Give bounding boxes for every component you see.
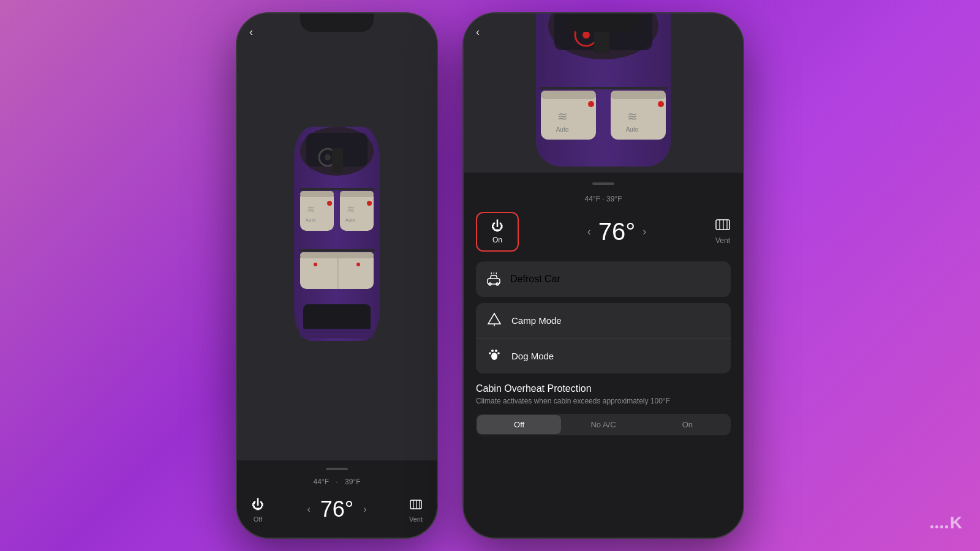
- right-vent-icon: [715, 219, 731, 234]
- cabin-overheat-off[interactable]: Off: [477, 415, 561, 434]
- cabin-overheat-title: Cabin Overheat Protection: [476, 383, 731, 394]
- left-temp-info: 44°F · 39°F: [249, 478, 424, 486]
- right-controls-row: ⏻ On ‹ 76° ›: [476, 212, 731, 252]
- left-temp-arrow-right[interactable]: ›: [363, 504, 366, 515]
- left-power-icon: ⏻: [249, 496, 266, 513]
- right-temp-info: 44°F · 39°F: [476, 195, 731, 203]
- svg-rect-5: [332, 148, 343, 173]
- svg-point-56: [489, 352, 491, 354]
- cabin-overheat-no-ac[interactable]: No A/C: [561, 415, 645, 434]
- svg-text:Auto: Auto: [626, 126, 639, 133]
- svg-text:Auto: Auto: [556, 126, 569, 133]
- svg-point-33: [582, 31, 590, 39]
- svg-rect-17: [299, 249, 375, 252]
- svg-point-58: [491, 353, 497, 360]
- right-temp-display: ‹ 76° ›: [587, 218, 647, 246]
- cabin-overheat-on[interactable]: On: [646, 415, 729, 434]
- right-scroll-handle: [592, 182, 614, 185]
- svg-point-45: [658, 101, 664, 107]
- camp-mode-button[interactable]: Camp Mode: [476, 303, 731, 338]
- camp-mode-label: Camp Mode: [511, 315, 562, 326]
- dog-mode-button[interactable]: Dog Mode: [476, 338, 731, 373]
- left-temp-arrow-left[interactable]: ‹: [307, 504, 310, 515]
- watermark-letter: K: [950, 513, 962, 532]
- svg-text:≋: ≋: [557, 110, 568, 123]
- screens-container: ‹: [236, 12, 744, 539]
- defrost-car-label: Defrost Car: [510, 274, 560, 285]
- cabin-overheat-subtitle: Climate activates when cabin exceeds app…: [476, 397, 731, 405]
- left-power-button[interactable]: ⏻ Off: [249, 496, 266, 523]
- left-temperature: 76°: [320, 497, 353, 522]
- right-power-button[interactable]: ⏻ On: [476, 212, 519, 252]
- right-phone-screen: ‹: [464, 13, 743, 538]
- svg-rect-23: [303, 304, 371, 332]
- svg-point-16: [367, 201, 372, 206]
- cabin-overheat-section: Cabin Overheat Protection Climate activa…: [476, 383, 731, 435]
- right-temp-arrow-right[interactable]: ›: [643, 225, 646, 238]
- right-power-label: On: [492, 236, 502, 244]
- right-car-illustration: ≋ Auto ≋ Auto: [518, 13, 689, 173]
- left-phone-screen: ‹: [237, 13, 437, 538]
- right-temp-separator: ·: [602, 195, 606, 203]
- right-vent-label: Vent: [715, 236, 730, 245]
- svg-point-54: [491, 350, 494, 352]
- left-interior-temp: 44°F: [314, 478, 329, 486]
- left-temp-separator: ·: [336, 478, 337, 486]
- svg-rect-8: [300, 191, 334, 197]
- watermark-dots: [930, 525, 948, 528]
- left-vent-label: Vent: [409, 515, 423, 523]
- watermark: K: [930, 513, 962, 533]
- svg-rect-20: [337, 252, 339, 289]
- svg-point-15: [327, 201, 332, 206]
- defrost-car-button[interactable]: Defrost Car: [476, 261, 731, 297]
- svg-text:Auto: Auto: [306, 217, 316, 223]
- camp-mode-icon: [486, 312, 503, 329]
- svg-point-22: [356, 263, 360, 266]
- svg-point-4: [325, 154, 331, 160]
- left-bottom-panel: 44°F · 39°F ⏻ Off ‹ 76° ›: [237, 460, 437, 538]
- defrost-icon: [486, 270, 502, 288]
- right-temp-arrow-left[interactable]: ‹: [587, 225, 591, 238]
- right-vent-button[interactable]: Vent: [715, 219, 731, 245]
- left-vent-icon: [407, 496, 424, 513]
- feature-group: Camp Mode: [476, 303, 731, 373]
- svg-rect-35: [539, 87, 668, 89]
- svg-point-55: [495, 350, 497, 352]
- left-car-illustration: ≋ Auto ≋ Auto: [282, 121, 392, 353]
- left-exterior-temp: 39°F: [345, 478, 360, 486]
- left-back-arrow[interactable]: ‹: [249, 26, 253, 39]
- svg-rect-41: [611, 91, 666, 99]
- cabin-overheat-segment: Off No A/C On: [476, 414, 731, 435]
- right-exterior-temp: 39°F: [606, 195, 622, 203]
- left-car-view: ‹: [237, 13, 437, 460]
- svg-rect-6: [299, 188, 375, 190]
- svg-rect-46: [716, 220, 729, 230]
- left-phone-frame: ‹: [236, 12, 438, 539]
- left-temp-display: ‹ 76° ›: [307, 497, 366, 522]
- left-vent-button[interactable]: Vent: [407, 496, 424, 523]
- svg-text:Auto: Auto: [345, 217, 356, 223]
- right-bottom-panel: 44°F · 39°F ⏻ On ‹ 76° ›: [464, 173, 743, 538]
- svg-text:≋: ≋: [627, 110, 638, 123]
- right-temperature: 76°: [598, 218, 636, 246]
- svg-text:≋: ≋: [347, 204, 355, 214]
- right-car-view: ‹: [464, 13, 743, 173]
- left-controls-row: ⏻ Off ‹ 76° ›: [249, 493, 424, 525]
- svg-point-44: [588, 101, 594, 107]
- dog-mode-label: Dog Mode: [511, 351, 554, 361]
- svg-rect-24: [300, 329, 374, 338]
- svg-rect-34: [594, 20, 609, 53]
- svg-text:≋: ≋: [307, 204, 315, 214]
- left-power-label: Off: [254, 515, 262, 523]
- right-power-icon: ⏻: [491, 219, 503, 233]
- svg-rect-12: [340, 191, 374, 197]
- dog-mode-icon: [486, 347, 503, 365]
- svg-point-57: [497, 352, 500, 354]
- right-back-arrow[interactable]: ‹: [476, 26, 480, 39]
- left-scroll-handle: [326, 468, 348, 470]
- right-interior-temp: 44°F: [585, 195, 600, 203]
- svg-rect-37: [541, 91, 596, 99]
- right-phone-frame: ‹: [462, 12, 744, 539]
- svg-point-21: [314, 263, 317, 266]
